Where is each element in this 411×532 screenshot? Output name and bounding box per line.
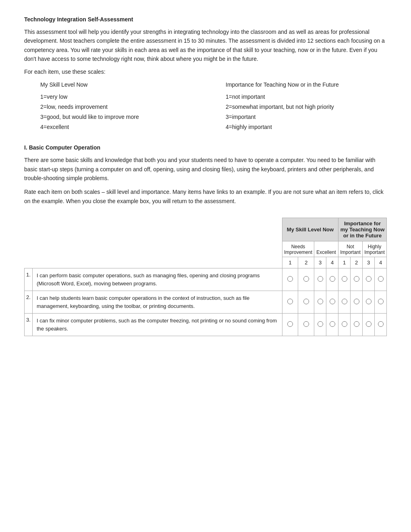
importance-scale-title: Importance for Teaching Now or in the Fu… (226, 81, 387, 88)
importance-scale: Importance for Teaching Now or in the Fu… (226, 81, 387, 133)
radio-icon[interactable] (318, 276, 323, 282)
row-3-skill-4[interactable] (326, 314, 338, 336)
skill-scale-items: 1=very low 2=low, needs improvement 3=go… (40, 92, 201, 133)
skill-scale-item-1: 1=very low (40, 92, 201, 102)
radio-icon[interactable] (354, 276, 359, 282)
col-num-7: 3 (363, 257, 375, 268)
importance-scale-item-1: 1=not important (226, 92, 387, 102)
row-3-imp-2[interactable] (351, 314, 363, 336)
row-1-num: 1. (25, 268, 33, 291)
col-num-5: 1 (338, 257, 351, 268)
row-3-text: I can fix minor computer problems, such … (33, 314, 282, 336)
radio-icon[interactable] (366, 299, 372, 304)
row-1-text: I can perform basic computer operations,… (33, 268, 282, 291)
col-num-1: 1 (282, 257, 298, 268)
row-3-imp-4[interactable] (375, 314, 387, 336)
col-num-4: 4 (326, 257, 338, 268)
row-3-skill-2[interactable] (298, 314, 314, 336)
radio-icon[interactable] (342, 321, 347, 327)
radio-icon[interactable] (287, 299, 293, 304)
radio-icon[interactable] (342, 299, 347, 304)
row-1-imp-2[interactable] (351, 268, 363, 291)
row-2-skill-1[interactable] (282, 291, 298, 314)
importance-scale-item-2: 2=somewhat important, but not high prior… (226, 102, 387, 112)
row-3-num: 3. (25, 314, 33, 336)
radio-icon[interactable] (303, 299, 309, 304)
col-num-8: 4 (375, 257, 387, 268)
scales-label: For each item, use these scales: (24, 69, 387, 75)
section-text-1: There are some basic skills and knowledg… (24, 156, 387, 183)
col-num-2: 2 (298, 257, 314, 268)
row-2-skill-2[interactable] (298, 291, 314, 314)
table-row: 2. I can help students learn basic compu… (25, 291, 387, 314)
row-1-skill-4[interactable] (326, 268, 338, 291)
radio-icon[interactable] (366, 321, 372, 327)
row-1-skill-2[interactable] (298, 268, 314, 291)
radio-icon[interactable] (330, 276, 335, 282)
row-1-skill-3[interactable] (314, 268, 326, 291)
skill-scale-item-2: 2=low, needs improvement (40, 102, 201, 112)
subheader-excellent: Excellent (314, 241, 338, 257)
row-1-imp-4[interactable] (375, 268, 387, 291)
page-title: Technology Integration Self-Assessment (24, 16, 387, 23)
radio-icon[interactable] (366, 276, 372, 282)
section-text-2: Rate each item on both scales – skill le… (24, 187, 387, 206)
row-1-skill-1[interactable] (282, 268, 298, 291)
radio-icon[interactable] (354, 321, 359, 327)
importance-scale-item-4: 4=highly important (226, 122, 387, 132)
skill-scale-item-3: 3=good, but would like to improve more (40, 112, 201, 122)
row-2-imp-2[interactable] (351, 291, 363, 314)
radio-icon[interactable] (287, 321, 293, 327)
skill-scale: My Skill Level Now 1=very low 2=low, nee… (40, 81, 201, 133)
col-num-6: 2 (351, 257, 363, 268)
header-importance: Importance for my Teaching Now or in the… (338, 218, 387, 241)
header-skill: My Skill Level Now (282, 218, 338, 241)
radio-icon[interactable] (378, 299, 384, 304)
row-2-num: 2. (25, 291, 33, 314)
radio-icon[interactable] (318, 321, 323, 327)
skill-scale-title: My Skill Level Now (40, 81, 201, 88)
importance-scale-items: 1=not important 2=somewhat important, bu… (226, 92, 387, 133)
row-1-imp-1[interactable] (338, 268, 351, 291)
radio-icon[interactable] (303, 276, 309, 282)
intro-text: This assessment tool will help you ident… (24, 27, 387, 64)
row-2-imp-1[interactable] (338, 291, 351, 314)
row-1-imp-3[interactable] (363, 268, 375, 291)
radio-icon[interactable] (303, 321, 309, 327)
scales-container: My Skill Level Now 1=very low 2=low, nee… (40, 81, 387, 133)
radio-icon[interactable] (318, 299, 323, 304)
subheader-not: Not Important (338, 241, 363, 257)
row-2-text: I can help students learn basic computer… (33, 291, 282, 314)
radio-icon[interactable] (354, 299, 359, 304)
radio-icon[interactable] (378, 321, 384, 327)
subheader-highly: Highly Important (363, 241, 387, 257)
row-2-imp-4[interactable] (375, 291, 387, 314)
subheader-needs: Needs Improvement (282, 241, 314, 257)
row-2-imp-3[interactable] (363, 291, 375, 314)
row-3-imp-1[interactable] (338, 314, 351, 336)
importance-scale-item-3: 3=important (226, 112, 387, 122)
table-row: 1. I can perform basic computer operatio… (25, 268, 387, 291)
table-row: 3. I can fix minor computer problems, su… (25, 314, 387, 336)
radio-icon[interactable] (287, 276, 293, 282)
radio-icon[interactable] (342, 276, 347, 282)
assessment-table: My Skill Level Now Importance for my Tea… (24, 218, 387, 336)
row-2-skill-3[interactable] (314, 291, 326, 314)
section-title: I. Basic Computer Operation (24, 144, 387, 151)
row-3-skill-3[interactable] (314, 314, 326, 336)
col-num-3: 3 (314, 257, 326, 268)
radio-icon[interactable] (330, 299, 335, 304)
row-3-imp-3[interactable] (363, 314, 375, 336)
radio-icon[interactable] (330, 321, 335, 327)
skill-scale-item-4: 4=excellent (40, 122, 201, 132)
radio-icon[interactable] (378, 276, 384, 282)
row-2-skill-4[interactable] (326, 291, 338, 314)
row-3-skill-1[interactable] (282, 314, 298, 336)
